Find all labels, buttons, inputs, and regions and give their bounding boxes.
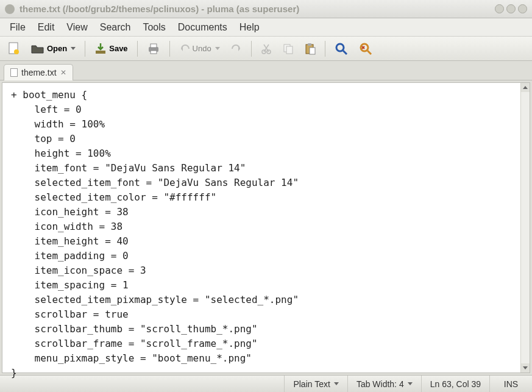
- scroll-down-button[interactable]: [521, 363, 530, 372]
- window-title: theme.txt (/boot/grub2/themes/pclinuxos)…: [20, 4, 492, 14]
- open-dropdown-icon: [71, 47, 76, 50]
- open-label: Open: [47, 44, 67, 53]
- svg-line-14: [343, 51, 347, 54]
- find-replace-icon: [359, 42, 372, 55]
- menu-edit[interactable]: Edit: [32, 20, 61, 35]
- copy-icon: [283, 43, 294, 54]
- toolbar-separator: [325, 41, 325, 57]
- tab-close-icon[interactable]: ✕: [60, 68, 66, 77]
- svg-rect-12: [310, 48, 315, 54]
- search-icon: [335, 42, 348, 55]
- undo-icon: [179, 44, 190, 54]
- titlebar: theme.txt (/boot/grub2/themes/pclinuxos)…: [0, 0, 532, 18]
- app-icon: [5, 4, 15, 14]
- menu-documents[interactable]: Documents: [172, 20, 233, 35]
- find-button[interactable]: [330, 39, 352, 59]
- print-icon: [147, 43, 160, 55]
- menu-help[interactable]: Help: [233, 20, 266, 35]
- redo-icon: [231, 44, 242, 54]
- undo-dropdown-icon: [215, 47, 220, 50]
- vertical-scrollbar[interactable]: [520, 83, 530, 372]
- print-button[interactable]: [143, 40, 165, 58]
- minimize-button[interactable]: [495, 4, 504, 13]
- folder-open-icon: [31, 43, 44, 55]
- new-button[interactable]: [4, 39, 24, 59]
- tabbar: theme.txt ✕: [0, 61, 532, 80]
- tab-label: theme.txt: [21, 68, 57, 77]
- menu-search[interactable]: Search: [94, 20, 137, 35]
- close-button[interactable]: [518, 4, 527, 13]
- toolbar: Open Save Undo: [0, 37, 532, 61]
- toolbar-separator: [85, 41, 85, 57]
- redo-button[interactable]: [227, 41, 246, 57]
- svg-rect-4: [151, 44, 157, 48]
- menubar: File Edit View Search Tools Documents He…: [0, 18, 532, 37]
- toolbar-separator: [137, 41, 138, 57]
- open-button[interactable]: Open: [27, 40, 80, 58]
- maximize-button[interactable]: [506, 4, 516, 13]
- copy-button[interactable]: [278, 40, 298, 57]
- undo-label: Undo: [193, 44, 211, 53]
- undo-button[interactable]: Undo: [175, 41, 224, 57]
- document-icon: [10, 68, 18, 77]
- svg-rect-9: [286, 46, 293, 54]
- find-replace-button[interactable]: [355, 39, 377, 59]
- menu-tools[interactable]: Tools: [137, 20, 171, 35]
- menu-view[interactable]: View: [60, 20, 93, 35]
- editor-content[interactable]: + boot_menu { left = 0 width = 100% top …: [2, 83, 530, 385]
- document-tab[interactable]: theme.txt ✕: [4, 64, 73, 80]
- new-file-icon: [8, 42, 20, 55]
- scroll-up-button[interactable]: [521, 83, 530, 92]
- editor-area: + boot_menu { left = 0 width = 100% top …: [0, 80, 532, 375]
- svg-point-15: [361, 44, 368, 51]
- svg-rect-5: [151, 51, 157, 54]
- paste-button[interactable]: [300, 40, 320, 58]
- svg-rect-11: [308, 43, 311, 46]
- cut-button[interactable]: [257, 40, 276, 57]
- toolbar-separator: [251, 41, 252, 57]
- toolbar-separator: [169, 41, 170, 57]
- save-icon: [94, 43, 107, 55]
- svg-point-1: [14, 49, 19, 54]
- menu-file[interactable]: File: [4, 20, 32, 35]
- cut-icon: [261, 43, 272, 54]
- svg-line-16: [367, 51, 371, 54]
- svg-point-13: [336, 44, 344, 51]
- save-label: Save: [109, 44, 127, 53]
- paste-icon: [305, 43, 316, 55]
- save-button[interactable]: Save: [90, 40, 132, 58]
- text-editor[interactable]: + boot_menu { left = 0 width = 100% top …: [2, 82, 530, 373]
- svg-rect-2: [96, 51, 105, 54]
